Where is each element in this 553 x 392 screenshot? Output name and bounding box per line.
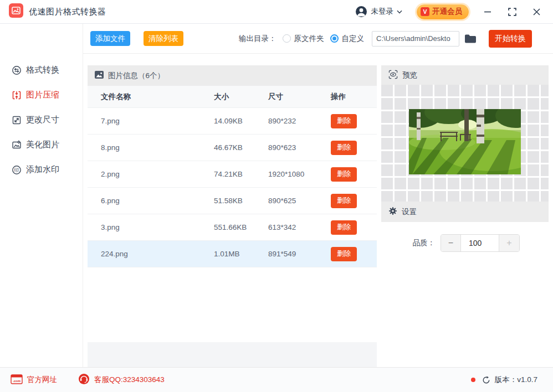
below-table-filler [88, 342, 377, 367]
preview-header: 预览 [381, 65, 549, 85]
preview-title: 预览 [402, 70, 417, 80]
delete-button[interactable]: 删除 [331, 114, 357, 128]
image-compress-icon [12, 90, 22, 100]
sidebar-item-label: 更改尺寸 [26, 115, 59, 125]
sidebar-item-label: 美化图片 [26, 140, 59, 150]
qq-support-link[interactable]: 客服QQ:3234303643 [78, 373, 165, 386]
file-dims-cell: 890*623 [268, 143, 331, 152]
col-file-size: 大小 [214, 92, 268, 102]
file-size-cell: 1.01MB [214, 250, 268, 258]
radio-option-original-folder[interactable]: 原文件夹 [283, 34, 324, 44]
quality-label: 品质： [413, 238, 436, 248]
table-row[interactable]: 8.png 46.67KB 890*623 删除 [88, 135, 377, 161]
file-size-cell: 551.66KB [214, 223, 268, 231]
output-path-input[interactable] [372, 31, 459, 47]
work-area: 图片信息（6个） 文件名称 大小 尺寸 操作 7.png 14.09KB 890… [83, 54, 553, 367]
col-file-dims: 尺寸 [268, 92, 331, 102]
customer-service-icon [78, 373, 90, 386]
qq-label: 客服QQ:3234303643 [94, 375, 165, 385]
table-panel-title: 图片信息（6个） [108, 71, 165, 81]
svg-text:V: V [423, 8, 427, 15]
file-table-panel: 图片信息（6个） 文件名称 大小 尺寸 操作 7.png 14.09KB 890… [88, 65, 377, 342]
vip-button[interactable]: V 开通会员 [417, 4, 469, 19]
sidebar-item-label: 格式转换 [26, 65, 59, 75]
radio-custom-icon[interactable] [330, 34, 339, 43]
file-size-cell: 46.67KB [214, 143, 268, 152]
sidebar: 格式转换 图片压缩 [0, 24, 83, 367]
add-watermark-icon: 印 [12, 165, 22, 175]
image-info-icon [95, 71, 104, 80]
file-dims-cell: 890*625 [268, 197, 331, 205]
file-name-cell: 2.png [88, 170, 214, 178]
preview-image [409, 109, 521, 174]
login-status[interactable]: 未登录 [371, 7, 394, 17]
preview-eye-icon [388, 70, 398, 81]
titlebar: 优速图片格式转换器 未登录 [0, 0, 553, 24]
file-size-cell: 14.09KB [214, 117, 268, 125]
radio-option-custom[interactable]: 自定义 [330, 34, 365, 44]
check-update-icon[interactable] [482, 376, 490, 384]
minimize-button[interactable] [482, 6, 493, 17]
app-title: 优速图片格式转换器 [29, 7, 106, 17]
delete-button[interactable]: 删除 [331, 167, 357, 182]
table-row[interactable]: 7.png 14.09KB 890*232 删除 [88, 108, 377, 135]
table-panel-header: 图片信息（6个） [88, 65, 377, 86]
add-files-button[interactable]: 添加文件 [90, 31, 130, 46]
file-name-cell: 6.png [88, 197, 214, 205]
table-row[interactable]: 6.png 51.58KB 890*625 删除 [88, 188, 377, 214]
table-row[interactable]: 2.png 74.21KB 1920*1080 删除 [88, 161, 377, 188]
status-dot [471, 378, 475, 382]
right-panel: 预览 [381, 65, 549, 367]
website-label: 官方网址 [27, 375, 57, 385]
sidebar-item-format-convert[interactable]: 格式转换 [0, 58, 83, 82]
quality-value[interactable]: 100 [461, 235, 499, 251]
sidebar-item-label: 图片压缩 [26, 90, 59, 100]
file-name-cell: 8.png [88, 143, 214, 152]
transparency-checkerboard [381, 85, 549, 202]
official-website-link[interactable]: .com 官方网址 [11, 374, 57, 386]
file-size-cell: 74.21KB [214, 170, 268, 178]
sidebar-item-resize[interactable]: 更改尺寸 [0, 107, 83, 132]
settings-title: 设置 [402, 207, 417, 217]
gear-icon [388, 207, 397, 217]
table-row[interactable]: 224.png 1.01MB 891*549 删除 [88, 241, 377, 267]
browse-folder-icon[interactable] [464, 34, 477, 44]
file-size-cell: 51.58KB [214, 197, 268, 205]
file-dims-cell: 891*549 [268, 250, 331, 258]
sidebar-item-image-compress[interactable]: 图片压缩 [0, 82, 83, 107]
quality-minus-button[interactable]: − [441, 235, 461, 251]
clear-list-button[interactable]: 清除列表 [144, 31, 183, 46]
version-label: 版本：v1.0.7 [495, 375, 537, 385]
start-convert-button[interactable]: 开始转换 [489, 30, 532, 48]
chevron-down-icon[interactable] [397, 10, 402, 14]
delete-button[interactable]: 删除 [331, 220, 357, 235]
delete-button[interactable]: 删除 [331, 247, 357, 261]
sidebar-item-beautify[interactable]: 美化图片 [0, 132, 83, 157]
maximize-button[interactable] [506, 6, 518, 17]
table-body: 7.png 14.09KB 890*232 删除 8.png 46.67KB 8… [88, 108, 377, 267]
quality-plus-button[interactable]: + [499, 235, 519, 251]
resize-icon [12, 115, 22, 125]
quality-setting-row: 品质： − 100 + [381, 234, 549, 252]
svg-text:印: 印 [14, 167, 19, 173]
delete-button[interactable]: 删除 [331, 141, 357, 155]
app-window: 优速图片格式转换器 未登录 [0, 0, 553, 392]
user-avatar-icon[interactable] [355, 6, 367, 18]
file-name-cell: 224.png [88, 250, 214, 258]
table-row[interactable]: 3.png 551.66KB 613*342 删除 [88, 214, 377, 241]
col-file-name: 文件名称 [88, 92, 214, 102]
website-dotcom-icon: .com [11, 374, 23, 386]
file-name-cell: 7.png [88, 117, 214, 125]
delete-button[interactable]: 删除 [331, 194, 357, 208]
close-button[interactable] [531, 6, 542, 17]
file-dims-cell: 613*342 [268, 223, 331, 231]
file-name-cell: 3.png [88, 223, 214, 231]
radio-original-folder-icon[interactable] [283, 34, 291, 43]
quality-stepper: − 100 + [441, 234, 520, 252]
format-convert-icon [12, 65, 22, 75]
col-operation: 操作 [331, 92, 377, 102]
file-dims-cell: 890*232 [268, 117, 331, 125]
sidebar-item-label: 添加水印 [26, 164, 59, 175]
settings-header: 设置 [381, 202, 549, 222]
sidebar-item-watermark[interactable]: 印 添加水印 [0, 157, 83, 182]
